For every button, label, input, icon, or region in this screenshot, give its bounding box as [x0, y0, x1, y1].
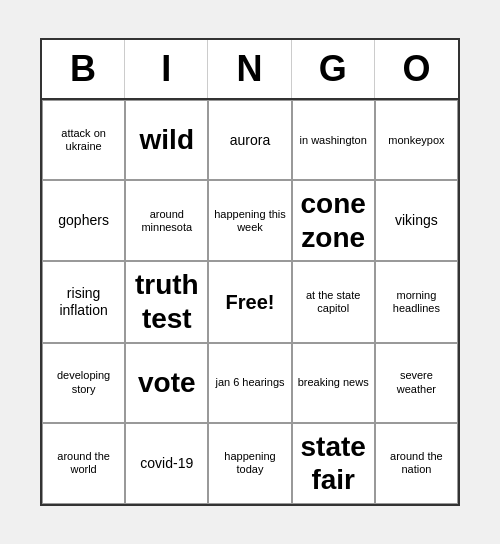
bingo-cell-4[interactable]: monkeypox: [375, 100, 458, 180]
bingo-cell-15[interactable]: developing story: [42, 343, 125, 423]
bingo-cell-22[interactable]: happening today: [208, 423, 291, 504]
cell-text-24: around the nation: [380, 450, 453, 476]
cell-text-6: around minnesota: [130, 208, 203, 234]
cell-text-15: developing story: [47, 369, 120, 395]
bingo-letter-g: G: [292, 40, 375, 98]
bingo-cell-11[interactable]: truth test: [125, 261, 208, 342]
cell-text-4: monkeypox: [388, 134, 444, 147]
bingo-cell-7[interactable]: happening this week: [208, 180, 291, 261]
cell-text-2: aurora: [230, 132, 270, 149]
bingo-card: BINGO attack on ukrainewildaurorain wash…: [40, 38, 460, 506]
cell-text-5: gophers: [58, 212, 109, 229]
bingo-cell-17[interactable]: jan 6 hearings: [208, 343, 291, 423]
bingo-cell-18[interactable]: breaking news: [292, 343, 375, 423]
cell-text-3: in washington: [300, 134, 367, 147]
cell-text-19: severe weather: [380, 369, 453, 395]
bingo-cell-8[interactable]: cone zone: [292, 180, 375, 261]
bingo-cell-12[interactable]: Free!: [208, 261, 291, 342]
bingo-letter-i: I: [125, 40, 208, 98]
cell-text-23: state fair: [297, 430, 370, 497]
cell-text-21: covid-19: [140, 455, 193, 472]
cell-text-20: around the world: [47, 450, 120, 476]
cell-text-0: attack on ukraine: [47, 127, 120, 153]
cell-text-12: Free!: [226, 290, 275, 314]
cell-text-13: at the state capitol: [297, 289, 370, 315]
bingo-cell-5[interactable]: gophers: [42, 180, 125, 261]
bingo-cell-6[interactable]: around minnesota: [125, 180, 208, 261]
bingo-cell-9[interactable]: vikings: [375, 180, 458, 261]
cell-text-17: jan 6 hearings: [215, 376, 284, 389]
bingo-header: BINGO: [42, 40, 458, 100]
cell-text-18: breaking news: [298, 376, 369, 389]
cell-text-10: rising inflation: [47, 285, 120, 319]
bingo-cell-16[interactable]: vote: [125, 343, 208, 423]
bingo-cell-19[interactable]: severe weather: [375, 343, 458, 423]
cell-text-9: vikings: [395, 212, 438, 229]
bingo-letter-n: N: [208, 40, 291, 98]
cell-text-22: happening today: [213, 450, 286, 476]
bingo-cell-14[interactable]: morning headlines: [375, 261, 458, 342]
bingo-cell-23[interactable]: state fair: [292, 423, 375, 504]
bingo-cell-20[interactable]: around the world: [42, 423, 125, 504]
bingo-cell-0[interactable]: attack on ukraine: [42, 100, 125, 180]
cell-text-8: cone zone: [297, 187, 370, 254]
cell-text-16: vote: [138, 366, 196, 400]
bingo-grid: attack on ukrainewildaurorain washington…: [42, 100, 458, 504]
bingo-letter-b: B: [42, 40, 125, 98]
cell-text-14: morning headlines: [380, 289, 453, 315]
bingo-cell-2[interactable]: aurora: [208, 100, 291, 180]
bingo-cell-13[interactable]: at the state capitol: [292, 261, 375, 342]
bingo-letter-o: O: [375, 40, 458, 98]
bingo-cell-3[interactable]: in washington: [292, 100, 375, 180]
cell-text-7: happening this week: [213, 208, 286, 234]
bingo-cell-1[interactable]: wild: [125, 100, 208, 180]
bingo-cell-24[interactable]: around the nation: [375, 423, 458, 504]
bingo-cell-10[interactable]: rising inflation: [42, 261, 125, 342]
cell-text-1: wild: [140, 123, 194, 157]
cell-text-11: truth test: [130, 268, 203, 335]
bingo-cell-21[interactable]: covid-19: [125, 423, 208, 504]
